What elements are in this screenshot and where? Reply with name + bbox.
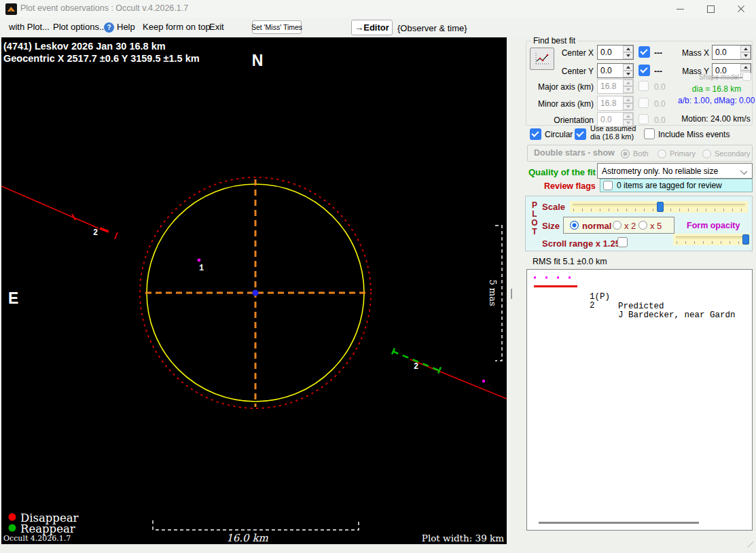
plot-canvas[interactable]: 2 2 1 (4741) Leskov 2026 Jan 30 16.8 km … xyxy=(1,37,507,544)
use-assumed-label-line2: dia (16.8 km) xyxy=(590,132,634,141)
reappear-dot-icon xyxy=(9,524,16,532)
include-miss-label: Include Miss events xyxy=(658,130,730,139)
orientation-checkbox xyxy=(638,114,649,124)
mass-x-down[interactable] xyxy=(740,52,751,59)
double-stars-primary-label: Primary xyxy=(670,149,696,158)
scale-slider-thumb[interactable] xyxy=(657,202,664,212)
mass-y-up[interactable] xyxy=(740,64,751,71)
center-x-checkbox[interactable] xyxy=(638,46,650,58)
major-axis-checkbox xyxy=(638,81,649,91)
size-x2-radio[interactable] xyxy=(613,221,622,230)
form-opacity-slider-thumb[interactable] xyxy=(742,234,749,245)
observation-row-1[interactable]: 1(P) Predicted xyxy=(527,273,752,283)
circular-checkbox[interactable] xyxy=(530,128,541,140)
menu-exit[interactable]: Exit xyxy=(209,22,224,32)
window-title: Plot event observations : Occult v.4.202… xyxy=(20,3,188,13)
circular-label: Circular xyxy=(545,130,573,139)
app-icon[interactable] xyxy=(5,3,17,15)
east-label: E xyxy=(8,289,18,307)
motion-text: Motion: 24.00 km/s xyxy=(681,114,751,124)
major-axis-flag: 0.0 xyxy=(654,82,666,92)
menu-with-plot[interactable]: with Plot... xyxy=(9,22,50,32)
point-1-label: 1 xyxy=(199,264,204,273)
plot-width-label: Plot width: 39 km xyxy=(422,533,504,543)
event-dot-magenta xyxy=(482,380,485,382)
plot-letter-p: P xyxy=(532,200,537,210)
center-y-flag: --- xyxy=(654,67,662,76)
size-label: Size xyxy=(542,221,560,231)
close-button[interactable] xyxy=(730,1,752,16)
editor-button[interactable]: →Editor xyxy=(351,20,393,35)
orientation-label: Orientation xyxy=(537,115,594,125)
observations-list[interactable]: 1(P) Predicted 2 J Bardecker, near Gardn xyxy=(526,269,753,531)
minor-axis-checkbox xyxy=(638,98,649,108)
review-flags-field: 0 items are tagged for review xyxy=(600,179,753,192)
chord-2-lower-label: 2 xyxy=(414,362,418,372)
observation-row-2[interactable]: 2 J Bardecker, near Gardn xyxy=(527,282,752,291)
north-label: N xyxy=(252,52,264,69)
observation-id: 1(P) xyxy=(590,292,610,302)
plot-controls-panel: P L O T Scale Size normal x 2 x 5 Form o… xyxy=(525,196,753,251)
list-horizontal-scroll-thumb[interactable] xyxy=(539,522,699,524)
point-1-dot xyxy=(198,259,201,262)
plot-area[interactable]: 2 2 1 (4741) Leskov 2026 Jan 30 16.8 km … xyxy=(1,37,507,544)
plot-title-line2: Geocentric X 2517.7 ±0.6 Y 3159.5 ±1.5 k… xyxy=(3,53,200,64)
observation-id: 2 xyxy=(590,301,595,310)
size-normal-label: normal xyxy=(582,221,611,231)
use-assumed-checkbox[interactable] xyxy=(575,128,586,140)
plot-letter-l: L xyxy=(532,209,537,219)
major-axis-label: Major axis (km) xyxy=(537,82,594,92)
dia-text: dia = 16.8 km xyxy=(683,84,751,94)
chord-2-upper-label: 2 xyxy=(93,228,98,238)
center-y-down[interactable] xyxy=(623,71,633,77)
plot-letter-t: T xyxy=(532,227,537,236)
chord-2-upper-line[interactable] xyxy=(1,186,98,228)
scale-slider[interactable] xyxy=(570,201,748,213)
center-x-down[interactable] xyxy=(623,52,633,59)
minor-axis-spinner: 16.8 xyxy=(597,96,634,111)
review-flags-checkbox[interactable] xyxy=(603,181,613,190)
menu-help[interactable]: Help xyxy=(117,22,135,32)
size-radio-group: normal x 2 x 5 xyxy=(563,217,674,234)
help-icon[interactable]: ? xyxy=(104,22,114,33)
center-y-checkbox[interactable] xyxy=(638,65,650,76)
menu-bar: with Plot... Plot options... ? Help Keep… xyxy=(0,18,756,37)
size-x5-radio[interactable] xyxy=(638,221,647,230)
quality-label: Quality of the fit xyxy=(528,167,596,177)
ab-dmag-text: a/b: 1.00, dMag: 0.00 xyxy=(678,96,754,105)
center-x-up[interactable] xyxy=(623,46,633,52)
legend-reappear: Reappear xyxy=(20,522,75,535)
center-y-label: Center Y xyxy=(537,67,594,76)
size-x2-label: x 2 xyxy=(624,221,636,231)
mass-x-spinner[interactable]: 0.0 xyxy=(712,45,751,60)
center-x-spinner[interactable]: 0.0 xyxy=(597,45,634,60)
set-miss-times-button[interactable]: Set 'Miss' Times xyxy=(252,20,302,34)
mas-scale-label: 5 mas xyxy=(488,279,498,306)
scroll-range-checkbox[interactable] xyxy=(617,237,628,247)
menu-keep-on-top[interactable]: Keep form on top xyxy=(143,22,211,32)
minor-axis-flag: 0.0 xyxy=(654,99,666,109)
plot-letter-o: O xyxy=(531,218,537,228)
occult-plot-window: { "window": { "title": "Plot event obser… xyxy=(0,0,756,553)
resize-grip[interactable] xyxy=(747,541,753,548)
observed-chord-marker xyxy=(534,285,577,287)
observer-time-label: {Observer & time} xyxy=(397,23,467,33)
plot-vertical-scroll-thumb[interactable] xyxy=(511,289,512,299)
menu-plot-options[interactable]: Plot options... xyxy=(53,22,107,32)
mass-x-up[interactable] xyxy=(740,46,751,52)
center-y-up[interactable] xyxy=(623,64,633,71)
size-normal-radio[interactable] xyxy=(570,221,579,230)
plot-title-line1: (4741) Leskov 2026 Jan 30 16.8 km xyxy=(3,41,166,52)
minimize-button[interactable] xyxy=(669,1,691,16)
center-dot xyxy=(253,290,259,296)
shape-model-checkbox xyxy=(742,72,751,81)
double-stars-both-label: Both xyxy=(633,149,649,158)
form-opacity-slider[interactable] xyxy=(673,234,750,245)
quality-select[interactable]: Astrometry only. No reliable size xyxy=(597,163,753,179)
size-x5-label: x 5 xyxy=(650,221,662,231)
include-miss-checkbox[interactable] xyxy=(644,128,655,139)
maximize-button[interactable] xyxy=(700,1,721,16)
center-y-spinner[interactable]: 0.0 xyxy=(597,63,634,78)
double-stars-primary-radio xyxy=(658,149,666,158)
form-opacity-label: Form opacity xyxy=(687,221,740,230)
